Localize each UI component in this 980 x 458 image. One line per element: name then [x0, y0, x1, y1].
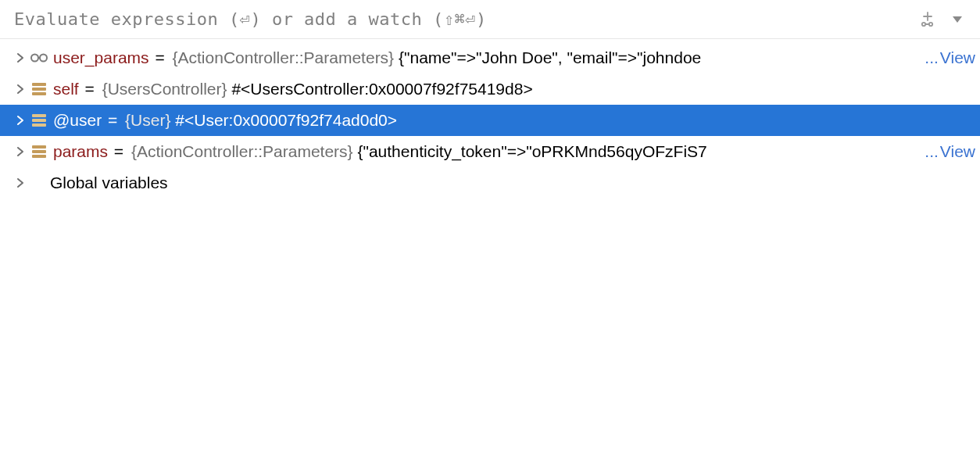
- variable-text: @user = {User} #<User:0x00007f92f74ad0d0…: [53, 111, 980, 130]
- variable-value: #<UsersController:0x00007f92f75419d8>: [231, 80, 532, 98]
- variable-text: params = {ActionController::Parameters} …: [53, 142, 925, 161]
- variable-type: {ActionController::Parameters}: [131, 142, 353, 160]
- variables-panel: user_params = {ActionController::Paramet…: [0, 39, 980, 199]
- expand-chevron-icon[interactable]: [13, 84, 28, 95]
- variable-value: #<User:0x00007f92f74ad0d0>: [175, 111, 397, 129]
- variable-name: self: [53, 80, 79, 98]
- variable-row[interactable]: user_params = {ActionController::Paramet…: [0, 42, 980, 73]
- equals-sign: =: [109, 142, 128, 160]
- dropdown-menu-icon[interactable]: [947, 9, 967, 30]
- svg-point-6: [31, 55, 38, 62]
- add-watch-icon[interactable]: [917, 9, 938, 30]
- variable-row[interactable]: params = {ActionController::Parameters} …: [0, 136, 980, 167]
- object-icon: [28, 83, 50, 95]
- variable-text: user_params = {ActionController::Paramet…: [53, 48, 925, 67]
- variable-row[interactable]: self = {UsersController} #<UsersControll…: [0, 73, 980, 105]
- variable-row[interactable]: @user = {User} #<User:0x00007f92f74ad0d0…: [0, 105, 980, 136]
- view-link[interactable]: View: [940, 48, 975, 67]
- equals-sign: =: [151, 48, 170, 66]
- expand-chevron-icon[interactable]: [13, 177, 28, 188]
- expand-chevron-icon[interactable]: [13, 146, 28, 157]
- variable-value: {"name"=>"John Doe", "email"=>"johndoe: [399, 48, 701, 66]
- variable-type: {ActionController::Parameters}: [173, 48, 395, 66]
- object-icon: [28, 114, 50, 127]
- expand-chevron-icon[interactable]: [13, 52, 28, 63]
- expand-chevron-icon[interactable]: [13, 115, 28, 126]
- equals-sign: =: [103, 111, 122, 129]
- evaluate-expression-input[interactable]: Evaluate expression (⏎) or add a watch (…: [14, 9, 917, 29]
- variable-type: {UsersController}: [102, 80, 227, 98]
- variable-type: {User}: [125, 111, 170, 129]
- variable-label: Global variables: [50, 174, 980, 192]
- debugger-header: Evaluate expression (⏎) or add a watch (…: [0, 0, 980, 39]
- variable-text: self = {UsersController} #<UsersControll…: [53, 80, 980, 98]
- object-icon: [28, 145, 50, 158]
- header-actions: [917, 9, 972, 30]
- glasses-icon: [28, 52, 50, 63]
- variable-value: {"authenticity_token"=>"oPRKMnd56qyOFzFi…: [357, 142, 706, 160]
- svg-point-7: [40, 55, 47, 62]
- variable-name: params: [53, 142, 108, 160]
- variable-name: @user: [53, 111, 102, 129]
- view-link[interactable]: View: [940, 142, 975, 161]
- equals-sign: =: [80, 80, 99, 98]
- variable-row[interactable]: Global variables: [0, 167, 980, 199]
- ellipsis-link[interactable]: ...: [925, 48, 939, 67]
- svg-marker-5: [953, 16, 962, 23]
- ellipsis-link[interactable]: ...: [925, 142, 939, 161]
- variable-name: user_params: [53, 48, 149, 66]
